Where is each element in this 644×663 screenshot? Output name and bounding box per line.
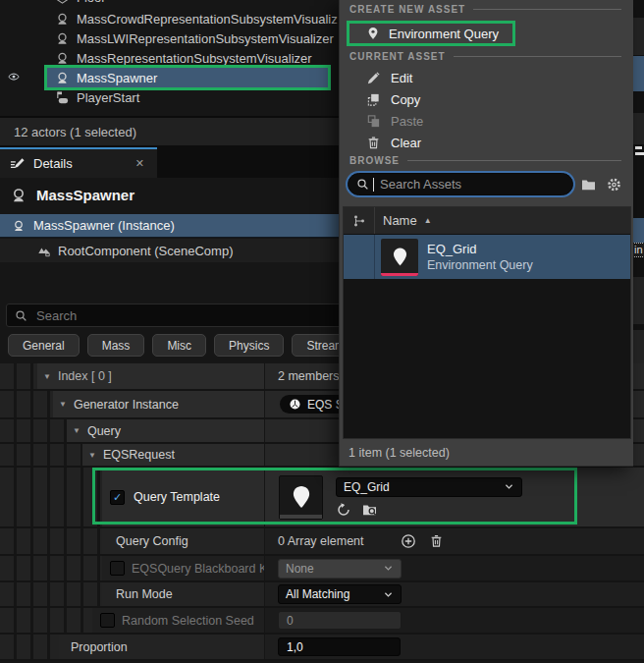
query-template-asset-dropdown[interactable]: EQ_Grid (336, 477, 522, 497)
indent-rail (0, 363, 37, 389)
outliner-item-floor[interactable]: Floor (0, 0, 339, 7)
instance-label: MassSpawner (Instance) (33, 218, 175, 233)
pin-icon (366, 27, 380, 40)
asset-search-input[interactable] (378, 176, 564, 193)
query-template-asset-thumbnail[interactable] (279, 475, 323, 520)
filter-pill-general[interactable]: General (8, 334, 80, 357)
menu-item-edit[interactable]: Edit (340, 67, 633, 88)
paste-icon (366, 114, 381, 129)
outliner-footer: 12 actors (1 selected) (0, 116, 339, 145)
filter-pill-mass[interactable]: Mass (87, 334, 145, 357)
gear-icon[interactable] (606, 177, 622, 193)
filter-pill-physics[interactable]: Physics (214, 334, 284, 357)
expander-arrow-icon[interactable]: ▼ (43, 372, 51, 381)
outliner-item-masslwi-visualizer[interactable]: MassLWIRepresentationSubsystemVisualizer (0, 28, 339, 48)
expander-arrow-icon[interactable]: ▼ (88, 451, 96, 460)
check-icon: ✓ (113, 492, 122, 503)
menu-item-clear[interactable]: Clear (340, 132, 633, 153)
outliner-item-label: PlayerStart (77, 90, 139, 105)
search-icon (15, 309, 27, 322)
indent-rail (0, 468, 102, 526)
asset-list: Name ▲ EQ_Grid Environment Query (343, 206, 631, 439)
property-row-run-mode: Run Mode All Matching (0, 582, 644, 608)
dropdown-value: All Matching (286, 587, 349, 601)
branch-icon (352, 214, 366, 228)
section-divider (454, 56, 621, 57)
page-title: MassSpawner (36, 187, 134, 203)
eqs-sphere-icon (289, 398, 301, 411)
property-label: Proportion (71, 640, 128, 654)
outliner-item-playerstart[interactable]: PlayerStart (0, 87, 339, 107)
property-row-random-seed: Random Selection Seed 0 (0, 608, 644, 635)
blackboard-key-dropdown: None (278, 559, 402, 579)
asset-row-eq-grid[interactable]: EQ_Grid Environment Query (344, 235, 630, 279)
run-mode-dropdown[interactable]: All Matching (278, 584, 402, 604)
dropdown-value: None (286, 562, 314, 576)
property-label: Query (87, 424, 121, 438)
outliner-item-massspawner[interactable]: MassSpawner (47, 68, 328, 87)
scene-component-icon (37, 244, 51, 257)
random-seed-checkbox[interactable] (100, 613, 115, 628)
sort-ascending-icon: ▲ (424, 216, 432, 225)
asset-list-header: Name ▲ (344, 207, 630, 235)
actor-icon (12, 219, 26, 233)
expander-arrow-icon[interactable]: ▼ (73, 426, 80, 435)
indent-rail (0, 608, 92, 633)
pin-icon (390, 247, 410, 267)
thumbnail-footer-bar (280, 515, 322, 519)
indent-rail (0, 444, 82, 466)
outliner-item-massrepresentation-visualizer[interactable]: MassRepresentationSubsystemVisualizer (0, 48, 339, 68)
filter-pill-misc[interactable]: Misc (152, 334, 206, 357)
actor-icon (55, 12, 70, 27)
close-icon[interactable]: ✕ (135, 157, 144, 170)
property-label: EQSRequest (103, 448, 175, 462)
outliner-item-masscrowd-visualizer[interactable]: MassCrowdRepresentationSubsystemVisualiz (0, 9, 339, 28)
outliner-item-label: MassCrowdRepresentationSubsystemVisualiz (77, 12, 338, 27)
property-label: EQSQuery Blackboard Key (132, 562, 265, 576)
indent-rail (0, 419, 67, 442)
clear-array-icon[interactable] (429, 533, 444, 549)
proportion-input[interactable]: 1,0 (278, 637, 401, 656)
expander-arrow-icon[interactable]: ▼ (59, 400, 67, 409)
component-tree-item-rootcomponent[interactable]: RootComponent (SceneComp) (0, 239, 339, 262)
menu-item-environment-query[interactable]: Environment Query (347, 21, 515, 46)
section-divider (407, 160, 621, 161)
floor-icon (55, 0, 70, 5)
tab-details[interactable]: Details ✕ (0, 147, 157, 178)
edit-pencil-icon (366, 71, 381, 85)
menu-item-copy[interactable]: Copy (340, 88, 633, 110)
actor-icon (10, 187, 27, 204)
indent-rail (0, 556, 102, 580)
browse-to-asset-icon[interactable] (361, 502, 378, 518)
world-outliner: Floor MassCrowdRepresentationSubsystemVi… (0, 0, 339, 116)
section-browse: BROWSE (340, 155, 633, 166)
folder-filter-icon[interactable] (580, 177, 597, 193)
actor-icon (55, 71, 70, 85)
property-label: Query Template (134, 490, 220, 504)
add-array-element-icon[interactable] (401, 533, 416, 549)
asset-thumbnail (381, 239, 418, 276)
property-label: Query Config (116, 534, 188, 548)
asset-picker-menu: CREATE NEW ASSET Environment Query CURRE… (339, 0, 633, 467)
query-template-checkbox[interactable]: ✓ (110, 490, 125, 505)
tab-label: Details (33, 156, 73, 171)
pin-icon (289, 484, 314, 510)
outliner-item-label: MassRepresentationSubsystemVisualizer (77, 51, 312, 66)
visibility-eye-icon[interactable] (6, 71, 22, 83)
property-label: Index [ 0 ] (58, 369, 112, 383)
input-value: 1,0 (287, 640, 303, 654)
chevron-down-icon (504, 481, 514, 492)
column-header-name[interactable]: Name ▲ (375, 207, 432, 234)
component-tree-item-instance[interactable]: MassSpawner (Instance) (0, 214, 339, 238)
outliner-item-label: MassLWIRepresentationSubsystemVisualizer (77, 31, 334, 46)
unreal-editor-window: Floor MassCrowdRepresentationSubsystemVi… (0, 0, 644, 663)
asset-list-footer: 1 item (1 selected) (340, 439, 633, 467)
background-panel-sliver (633, 0, 644, 363)
outliner-item-label: Floor (77, 0, 106, 5)
revision-control-column-icon[interactable] (344, 207, 375, 234)
asset-search-box[interactable] (348, 173, 573, 195)
blackboard-key-checkbox[interactable] (110, 561, 125, 576)
random-seed-input: 0 (278, 611, 402, 630)
use-selected-asset-icon[interactable] (336, 502, 351, 518)
property-row-proportion: Proportion 1,0 (0, 635, 644, 661)
